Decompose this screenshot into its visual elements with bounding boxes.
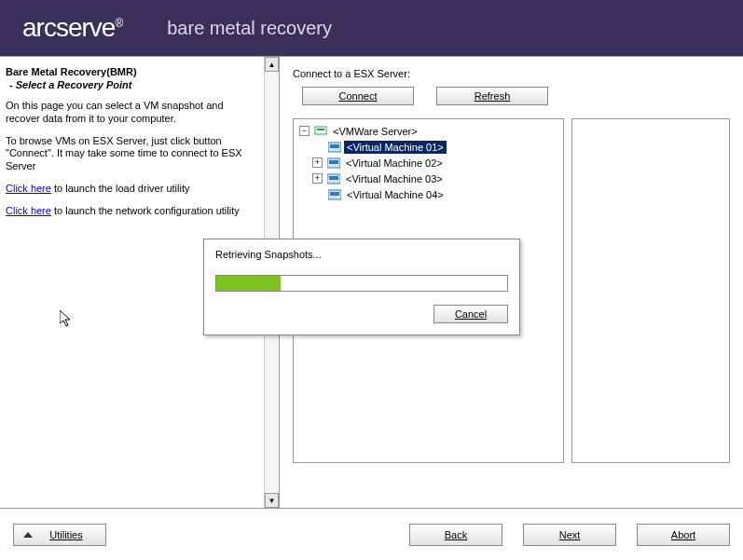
connect-label: Connect to a ESX Server: — [293, 68, 730, 79]
sidebar-link1-line: Click here to launch the load driver uti… — [6, 183, 256, 196]
scroll-up-icon[interactable]: ▲ — [265, 57, 279, 72]
tree-server-row[interactable]: − <VMWare Server> — [297, 123, 559, 139]
sidebar-link2-line: Click here to launch the network configu… — [6, 205, 256, 218]
header: arcserve® bare metal recovery — [0, 0, 743, 56]
vm-icon — [327, 141, 342, 154]
tree-vm-row[interactable]: <Virtual Machine 04> — [297, 186, 559, 202]
tree-server-label: <VMWare Server> — [330, 125, 420, 138]
footer: Utilities Back Next Abort — [0, 508, 743, 560]
expand-icon[interactable]: + — [312, 157, 323, 168]
svg-rect-9 — [330, 192, 339, 196]
utilities-label: Utilities — [49, 529, 82, 540]
back-button[interactable]: Back — [409, 524, 502, 546]
next-button[interactable]: Next — [523, 524, 616, 546]
svg-rect-3 — [330, 144, 339, 148]
link2-rest: to launch the network configuration util… — [51, 205, 240, 216]
sidebar-p2: To browse VMs on ESX Server, just click … — [6, 135, 256, 173]
link1-rest: to launch the load driver utility — [51, 183, 190, 194]
logo-text: arcserve — [22, 13, 115, 42]
network-config-link[interactable]: Click here — [6, 205, 51, 216]
collapse-icon[interactable]: − — [299, 126, 310, 136]
tree-vm-label: <Virtual Machine 03> — [343, 172, 446, 185]
snapshot-panel[interactable] — [571, 118, 730, 463]
server-icon — [313, 125, 328, 138]
connect-button[interactable]: Connect — [302, 87, 414, 105]
tree-vm-row[interactable]: <Virtual Machine 01> — [297, 139, 559, 155]
svg-rect-7 — [329, 176, 338, 180]
load-driver-link[interactable]: Click here — [6, 183, 51, 194]
logo: arcserve® — [22, 13, 122, 43]
tree-vm-row[interactable]: + <Virtual Machine 02> — [297, 155, 559, 171]
tree-vm-label: <Virtual Machine 04> — [344, 188, 447, 201]
progress-dialog: Retrieving Snapshots... Cancel — [203, 239, 520, 335]
product-title: bare metal recovery — [167, 18, 332, 39]
vm-icon — [326, 172, 341, 185]
expand-icon[interactable]: + — [312, 173, 323, 184]
logo-reg: ® — [115, 17, 122, 30]
progress-bar — [215, 275, 508, 292]
cancel-button[interactable]: Cancel — [433, 305, 508, 323]
tree-vm-row[interactable]: + <Virtual Machine 03> — [297, 171, 559, 186]
refresh-button[interactable]: Refresh — [436, 87, 548, 105]
abort-button[interactable]: Abort — [637, 524, 730, 546]
sidebar-p1: On this page you can select a VM snapsho… — [6, 100, 256, 126]
utilities-button[interactable]: Utilities — [13, 524, 106, 546]
vm-icon — [326, 157, 341, 170]
progress-fill — [216, 276, 281, 291]
dialog-title: Retrieving Snapshots... — [215, 249, 508, 260]
sidebar-title: Bare Metal Recovery(BMR) — [6, 66, 256, 77]
tree-vm-label: <Virtual Machine 01> — [344, 141, 447, 154]
svg-rect-5 — [329, 160, 338, 164]
sidebar-subtitle: - Select a Recovery Point — [9, 79, 256, 90]
vm-icon — [327, 188, 342, 201]
tree-vm-label: <Virtual Machine 02> — [343, 157, 446, 170]
scroll-down-icon[interactable]: ▼ — [265, 493, 279, 508]
svg-rect-1 — [317, 129, 324, 130]
